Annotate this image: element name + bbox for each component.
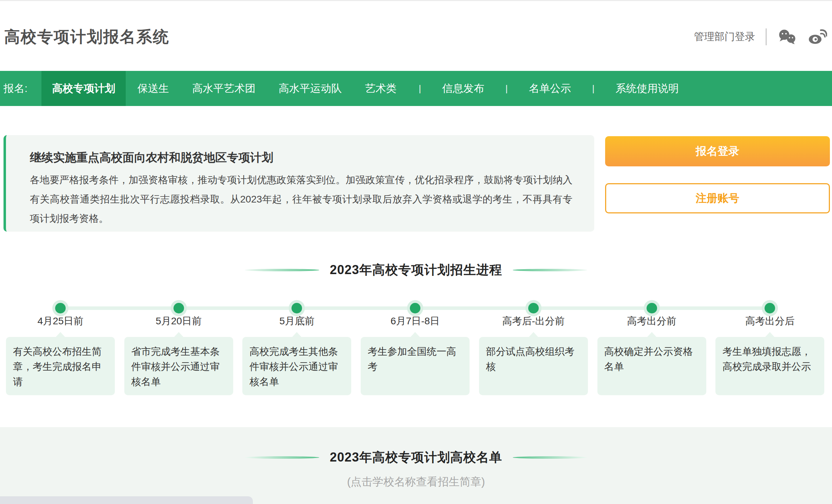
timeline-date: 高考出分前 [606, 314, 697, 328]
school-list-subtitle: (点击学校名称查看招生简章) [0, 475, 832, 489]
nav-separator: | [495, 83, 518, 94]
timeline-date: 4月25日前 [15, 314, 106, 328]
nav-link-1[interactable]: 名单公示 [518, 81, 582, 96]
nav-tab-4[interactable]: 艺术类 [353, 71, 408, 106]
timeline-section-head: 2023年高校专项计划招生进程 [0, 261, 832, 279]
timeline-card: 高校完成考生其他条件审核并公示通过审核名单 [242, 337, 351, 395]
nav-link-2[interactable]: 系统使用说明 [605, 81, 689, 96]
timeline-date: 高考出分后 [724, 314, 815, 328]
nav-links: |信息发布|名单公示|系统使用说明 [408, 71, 689, 106]
timeline-card: 有关高校公布招生简章，考生完成报名申请 [6, 337, 115, 395]
timeline-dot [765, 303, 775, 313]
timeline-card: 考生单独填报志愿，高校完成录取并公示 [715, 337, 824, 395]
timeline-card: 省市完成考生基本条件审核并公示通过审核名单 [124, 337, 233, 395]
timeline-axis [60, 306, 770, 310]
decorative-line-left [245, 456, 319, 459]
wechat-icon[interactable] [777, 29, 797, 45]
timeline-date: 高考后-出分前 [488, 314, 579, 328]
nav-separator: | [582, 83, 605, 94]
timeline-date: 5月20日前 [133, 314, 224, 328]
decorative-line-left [245, 269, 319, 271]
nav-tab-0[interactable]: 高校专项计划 [41, 71, 126, 106]
weibo-icon[interactable] [807, 29, 827, 45]
nav-tab-1[interactable]: 保送生 [126, 71, 181, 106]
nav-separator: | [408, 83, 432, 94]
announcement-body: 各地要严格报考条件，加强资格审核，推动专项计划优惠政策落实到位。加强政策宣传，优… [30, 170, 572, 228]
register-button[interactable]: 注册账号 [605, 183, 830, 213]
timeline-dot [647, 303, 657, 313]
school-list-partial-element[interactable] [0, 496, 253, 504]
header-divider [766, 28, 767, 45]
login-button[interactable]: 报名登录 [605, 136, 830, 166]
page: 高校专项计划报名系统 管理部门登录 [0, 0, 832, 504]
nav-tab-3[interactable]: 高水平运动队 [267, 71, 353, 106]
header: 高校专项计划报名系统 管理部门登录 [0, 0, 832, 71]
school-list-title: 2023年高校专项计划高校名单 [330, 449, 502, 466]
timeline-dot [410, 303, 420, 313]
timeline-dot [55, 303, 66, 313]
decorative-line-right [513, 269, 587, 271]
admin-login-link[interactable]: 管理部门登录 [694, 30, 755, 44]
timeline-dot [528, 303, 539, 313]
decorative-line-right [513, 456, 587, 459]
timeline-card: 考生参加全国统一高考 [361, 337, 470, 395]
header-right: 管理部门登录 [694, 26, 827, 47]
site-title: 高校专项计划报名系统 [4, 26, 169, 47]
timeline-date: 6月7日-8日 [369, 314, 461, 328]
timeline-dot [173, 303, 184, 313]
timeline-card: 高校确定并公示资格名单 [597, 337, 706, 395]
timeline-card: 部分试点高校组织考核 [479, 337, 588, 395]
nav-link-0[interactable]: 信息发布 [432, 81, 495, 96]
nav-tabs: 高校专项计划保送生高水平艺术团高水平运动队艺术类 [41, 71, 408, 106]
main-nav: 报名: 高校专项计划保送生高水平艺术团高水平运动队艺术类 |信息发布|名单公示|… [0, 71, 832, 106]
announcement-box: 继续实施重点高校面向农村和脱贫地区专项计划 各地要严格报考条件，加强资格审核，推… [4, 135, 594, 232]
timeline-dot [291, 303, 302, 313]
nav-tab-2[interactable]: 高水平艺术团 [181, 71, 267, 106]
timeline-section-title: 2023年高校专项计划招生进程 [330, 261, 502, 279]
timeline-date: 5月底前 [251, 314, 342, 328]
nav-label: 报名: [4, 81, 27, 96]
announcement-title[interactable]: 继续实施重点高校面向农村和脱贫地区专项计划 [30, 150, 273, 166]
school-list-section-head: 2023年高校专项计划高校名单 [0, 449, 832, 466]
